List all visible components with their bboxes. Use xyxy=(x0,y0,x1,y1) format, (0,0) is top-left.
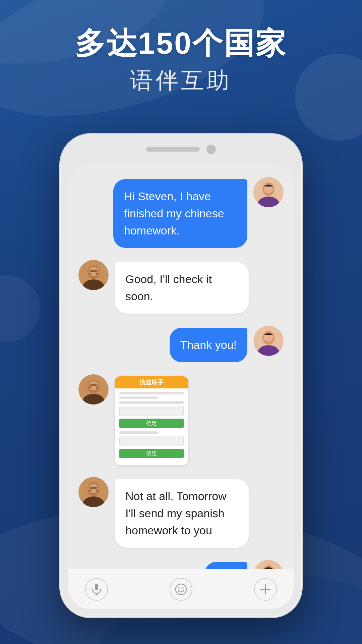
sc-line-1 xyxy=(119,392,184,394)
emoji-button[interactable] xyxy=(170,578,192,601)
phone-mockup: Hi Steven, I have finished my chinese ho… xyxy=(60,134,302,617)
chat-area: Hi Steven, I have finished my chinese ho… xyxy=(68,164,294,569)
plus-icon xyxy=(259,583,272,595)
bottom-bar xyxy=(68,569,294,609)
avatar-male-2 xyxy=(78,374,109,405)
avatar-female-1 xyxy=(253,177,284,207)
sc-btn-2: 确定 xyxy=(119,449,184,458)
mic-icon xyxy=(90,583,103,595)
svg-point-36 xyxy=(176,584,186,595)
phone-top-bar xyxy=(60,134,302,164)
phone-screen: Hi Steven, I have finished my chinese ho… xyxy=(68,164,294,609)
sc-btn-1-text: 确定 xyxy=(146,420,157,427)
message-bubble-2: Good, I'll check it soon. xyxy=(115,262,249,314)
add-button[interactable] xyxy=(254,578,277,601)
title-main: 多达150个国家 xyxy=(0,27,362,60)
svg-rect-26 xyxy=(90,487,97,489)
svg-rect-20 xyxy=(89,387,91,388)
table-row: Good, I'll check it soon. xyxy=(78,260,284,314)
svg-rect-33 xyxy=(95,584,98,590)
sc-line-2 xyxy=(119,396,158,399)
header: 多达150个国家 语伴互助 xyxy=(0,27,362,96)
phone-camera-icon xyxy=(206,145,216,154)
svg-rect-28 xyxy=(96,490,98,491)
message-bubble-1: Hi Steven, I have finished my chinese ho… xyxy=(113,179,247,248)
sc-btn-1: 确定 xyxy=(119,419,184,428)
table-row: Thank you! xyxy=(78,326,284,362)
table-row: Not at all. Tomorrow I'll send my spanis… xyxy=(78,477,284,548)
table-row: 流速助手 确定 xyxy=(78,374,284,465)
phone-outer: Hi Steven, I have finished my chinese ho… xyxy=(60,134,302,617)
title-sub: 语伴互助 xyxy=(0,65,362,96)
mic-button[interactable] xyxy=(85,578,108,601)
sc-header: 流速助手 xyxy=(115,376,188,388)
avatar-female-2 xyxy=(253,326,284,356)
sc-line-4 xyxy=(119,431,158,434)
svg-rect-27 xyxy=(89,490,91,491)
sc-body: 确定 确定 xyxy=(115,388,188,465)
svg-rect-10 xyxy=(96,273,98,274)
sc-input-box-2 xyxy=(119,436,184,446)
sc-btn-2-text: 确定 xyxy=(146,450,157,457)
message-bubble-3: Thank you! xyxy=(170,328,247,362)
avatar-male-3 xyxy=(78,477,109,507)
table-row: ok!!! xyxy=(78,560,284,569)
table-row: Hi Steven, I have finished my chinese ho… xyxy=(78,177,284,248)
bg-decoration-circle-left xyxy=(0,275,40,342)
svg-rect-21 xyxy=(96,387,98,388)
message-bubble-6: ok!!! xyxy=(204,562,247,569)
screenshot-card: 流速助手 确定 xyxy=(115,376,188,465)
avatar-male-1 xyxy=(78,260,109,290)
svg-rect-19 xyxy=(90,384,97,386)
svg-point-38 xyxy=(182,587,184,589)
sc-line-3 xyxy=(119,401,184,404)
avatar-female-3 xyxy=(253,560,284,569)
svg-point-37 xyxy=(178,587,180,589)
sc-header-text: 流速助手 xyxy=(139,378,164,386)
phone-speaker-icon xyxy=(146,147,200,152)
message-bubble-5: Not at all. Tomorrow I'll send my spanis… xyxy=(115,479,249,548)
sc-input-box-1 xyxy=(119,406,184,416)
emoji-icon xyxy=(175,583,187,595)
svg-rect-9 xyxy=(89,273,91,274)
svg-rect-8 xyxy=(90,270,97,272)
